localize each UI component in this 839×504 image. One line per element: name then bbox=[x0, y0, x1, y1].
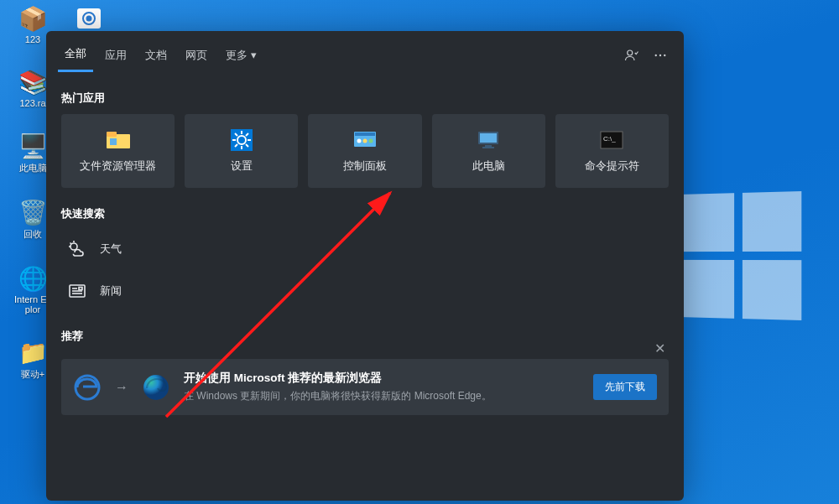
tile-command-prompt[interactable]: C:\_ 命令提示符 bbox=[555, 114, 669, 188]
svg-rect-38 bbox=[79, 288, 82, 290]
quick-search-label: 新闻 bbox=[100, 283, 122, 299]
arrow-right-icon: → bbox=[115, 380, 128, 395]
pinned-settings-shortcut[interactable] bbox=[77, 8, 101, 29]
quick-search-weather[interactable]: 天气 bbox=[61, 230, 669, 268]
tile-settings[interactable]: 设置 bbox=[185, 114, 298, 188]
gear-icon bbox=[229, 129, 254, 151]
folder-icon: 📁 bbox=[18, 338, 47, 366]
svg-rect-7 bbox=[107, 132, 117, 137]
search-tabbar: 全部 应用 文档 网页 更多 ▾ bbox=[46, 31, 684, 72]
desktop-icon-label: 123 bbox=[25, 34, 40, 44]
svg-point-1 bbox=[87, 17, 91, 21]
svg-rect-27 bbox=[482, 147, 494, 148]
top-apps-section: 热门应用 文件资源管理器 设置 控制面板 bbox=[46, 72, 684, 188]
tab-all[interactable]: 全部 bbox=[58, 38, 93, 72]
svg-rect-8 bbox=[110, 138, 117, 145]
svg-point-22 bbox=[363, 138, 367, 143]
archive-icon: 📦 bbox=[18, 4, 47, 33]
svg-point-2 bbox=[628, 50, 633, 55]
desktop-icon-label: 123.ra bbox=[19, 98, 45, 108]
tab-apps[interactable]: 应用 bbox=[98, 39, 133, 71]
svg-point-5 bbox=[664, 54, 665, 55]
quick-search-heading: 快速搜索 bbox=[61, 206, 669, 221]
weather-icon bbox=[66, 238, 88, 260]
monitor-icon bbox=[476, 129, 501, 151]
top-apps-heading: 热门应用 bbox=[61, 91, 669, 106]
svg-line-33 bbox=[70, 243, 72, 245]
recommend-subtext: 在 Windows 更新期间，你的电脑将很快获得新版的 Microsoft Ed… bbox=[184, 389, 580, 403]
svg-rect-20 bbox=[355, 132, 375, 136]
tile-label: 命令提示符 bbox=[585, 159, 639, 174]
tab-more[interactable]: 更多 ▾ bbox=[219, 39, 263, 71]
recommend-card: ✕ → 开始使用 Microsoft 推荐的最新浏览器 在 Windows 更新… bbox=[61, 359, 669, 415]
svg-point-23 bbox=[369, 138, 373, 143]
edge-new-icon bbox=[142, 373, 170, 402]
quick-search-section: 快速搜索 天气 新闻 bbox=[46, 188, 684, 310]
quick-search-label: 天气 bbox=[100, 242, 122, 257]
gear-icon bbox=[81, 10, 97, 27]
more-options-icon[interactable] bbox=[649, 44, 672, 67]
edge-legacy-icon bbox=[73, 373, 102, 402]
tab-web[interactable]: 网页 bbox=[179, 39, 214, 71]
tile-label: 此电脑 bbox=[472, 159, 505, 174]
recycle-bin-icon: 🗑️ bbox=[18, 198, 47, 226]
svg-rect-26 bbox=[485, 145, 492, 147]
svg-point-21 bbox=[357, 138, 362, 143]
search-panel: 全部 应用 文档 网页 更多 ▾ 热门应用 文件资源管理器 设置 bbox=[46, 31, 684, 501]
windows-logo-wallpaper bbox=[678, 191, 801, 320]
tile-file-explorer[interactable]: 文件资源管理器 bbox=[61, 114, 175, 188]
desktop-icon-label: 回收 bbox=[23, 228, 42, 241]
tile-control-panel[interactable]: 控制面板 bbox=[308, 114, 421, 188]
control-panel-icon bbox=[352, 129, 378, 151]
quick-search-news[interactable]: 新闻 bbox=[61, 272, 669, 310]
ie-icon: 🌐 bbox=[18, 264, 47, 293]
recommend-headline: 开始使用 Microsoft 推荐的最新浏览器 bbox=[184, 371, 580, 386]
desktop-icon-label: 驱动+ bbox=[21, 368, 44, 381]
tile-label: 设置 bbox=[231, 159, 253, 174]
desktop-icon-label: 此电脑 bbox=[19, 162, 47, 174]
svg-text:C:\_: C:\_ bbox=[603, 135, 616, 143]
tile-label: 控制面板 bbox=[343, 159, 387, 174]
archive-icon: 📚 bbox=[18, 68, 47, 96]
feedback-icon[interactable] bbox=[620, 44, 644, 67]
close-icon[interactable]: ✕ bbox=[651, 337, 669, 360]
news-icon bbox=[66, 280, 88, 302]
svg-point-4 bbox=[659, 54, 661, 55]
svg-rect-25 bbox=[480, 133, 497, 143]
this-pc-icon: 🖥️ bbox=[18, 132, 47, 160]
tile-label: 文件资源管理器 bbox=[80, 159, 156, 174]
tab-documents[interactable]: 文档 bbox=[138, 39, 174, 71]
terminal-icon: C:\_ bbox=[599, 129, 624, 151]
svg-point-3 bbox=[655, 54, 657, 55]
svg-point-30 bbox=[70, 243, 77, 250]
recommend-section: 推荐 bbox=[46, 310, 684, 359]
tile-this-pc[interactable]: 此电脑 bbox=[432, 114, 545, 188]
recommend-heading: 推荐 bbox=[61, 329, 669, 344]
recommend-download-button[interactable]: 先前下载 bbox=[593, 374, 657, 400]
folder-icon bbox=[106, 129, 131, 151]
